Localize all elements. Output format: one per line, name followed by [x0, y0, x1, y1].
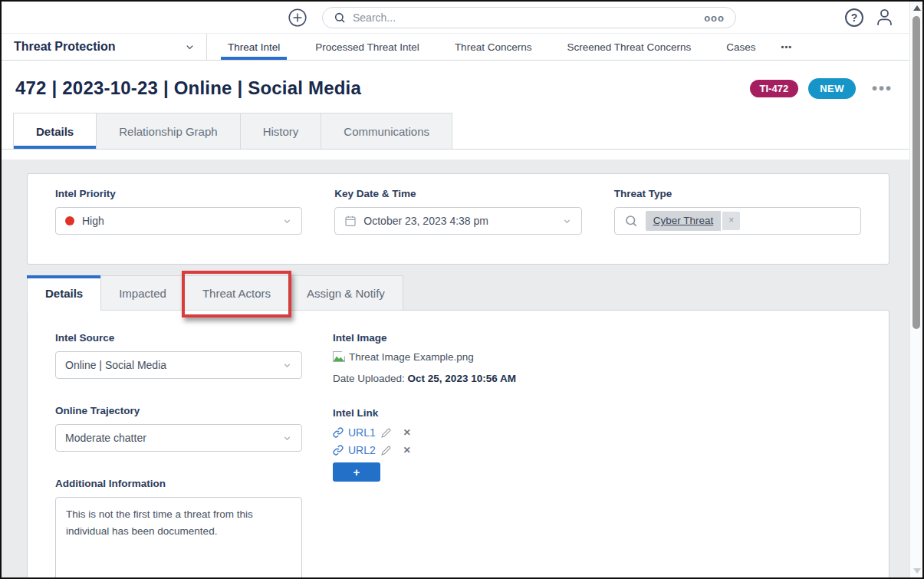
field-online-trajectory: Online Trajectory Moderate chatter: [55, 405, 302, 452]
tab-label: Relationship Graph: [119, 125, 217, 138]
create-new-button[interactable]: [288, 8, 307, 28]
details-right-column: Intel Image Threat Image Example.png Dat…: [333, 332, 861, 577]
field-label: Key Date & Time: [334, 188, 581, 199]
nav-tab-screened-threat-concerns[interactable]: Screened Threat Concerns: [549, 34, 709, 60]
search-icon: [334, 12, 346, 24]
field-label: Intel Source: [55, 332, 302, 344]
scrollbar-thumb[interactable]: [912, 16, 920, 329]
threat-type-tag[interactable]: Cyber Threat: [646, 211, 722, 231]
add-link-button[interactable]: +: [333, 462, 380, 482]
tab-communications[interactable]: Communications: [321, 113, 452, 149]
subtab-label: Threat Actors: [202, 287, 271, 300]
online-trajectory-value: Moderate chatter: [65, 432, 146, 444]
intel-priority-select[interactable]: High: [55, 207, 302, 235]
plus-icon: +: [353, 466, 360, 479]
details-left-column: Intel Source Online | Social Media Onlin…: [55, 332, 302, 577]
record-header: 472 | 2023-10-23 | Online | Social Media…: [2, 61, 909, 113]
intel-source-select[interactable]: Online | Social Media: [55, 351, 302, 379]
detail-sub-tabs: Details Impacted Threat Actors Assign & …: [27, 275, 889, 311]
subtab-impacted[interactable]: Impacted: [100, 275, 185, 311]
edit-pencil-icon[interactable]: [381, 446, 391, 456]
nav-tab-threat-concerns[interactable]: Threat Concerns: [437, 34, 550, 60]
tab-label: Communications: [344, 125, 429, 138]
intel-link-url[interactable]: URL2: [348, 444, 376, 456]
remove-link-icon[interactable]: ✕: [403, 427, 411, 438]
user-menu-button[interactable]: [874, 7, 895, 28]
priority-card: Intel Priority High Key Date & Time Octo…: [27, 173, 889, 265]
intel-link-row: URL1 ✕: [333, 426, 861, 439]
subtab-label: Details: [45, 287, 83, 300]
tab-history[interactable]: History: [240, 113, 322, 149]
chevron-down-icon: [184, 41, 196, 53]
page-title: 472 | 2023-10-23 | Online | Social Media: [15, 77, 361, 99]
search-icon: [624, 214, 638, 228]
status-badge[interactable]: NEW: [808, 78, 856, 99]
chevron-down-icon: [282, 216, 292, 226]
scroll-up-arrow-icon[interactable]: [913, 5, 921, 11]
date-uploaded-label: Date Uploaded:: [333, 373, 405, 384]
ellipsis-icon: •••: [781, 42, 793, 51]
chevron-down-icon: [282, 360, 292, 370]
search-options-icon[interactable]: ooo: [704, 12, 725, 24]
intel-link-url[interactable]: URL1: [348, 426, 376, 439]
nav-tab-cases[interactable]: Cases: [709, 34, 773, 60]
online-trajectory-select[interactable]: Moderate chatter: [55, 424, 302, 452]
chevron-down-icon: [282, 433, 292, 443]
date-uploaded-value: Oct 25, 2023 10:56 AM: [408, 373, 516, 384]
help-button[interactable]: ?: [845, 8, 863, 27]
global-search[interactable]: ooo: [322, 7, 736, 28]
tab-details[interactable]: Details: [13, 113, 97, 149]
date-uploaded-row: Date Uploaded: Oct 25, 2023 10:56 AM: [333, 373, 861, 384]
field-key-date-time: Key Date & Time October 23, 2023 4:38 pm: [334, 188, 581, 235]
subtab-threat-actors[interactable]: Threat Actors: [184, 275, 289, 311]
nav-tab-label: Threat Intel: [228, 41, 280, 53]
top-bar: ooo ?: [2, 2, 909, 34]
nav-tab-label: Cases: [726, 41, 755, 53]
scroll-down-arrow-icon[interactable]: [913, 568, 921, 574]
intel-priority-value: High: [82, 215, 104, 227]
nav-tab-label: Processed Threat Intel: [315, 41, 419, 53]
subtab-label: Impacted: [119, 287, 166, 300]
remove-link-icon[interactable]: ✕: [403, 445, 411, 456]
threat-type-search-field[interactable]: Cyber Threat ×: [614, 207, 861, 235]
app-nav-bar: Threat Protection Threat Intel Processed…: [2, 34, 909, 61]
nav-tabs: Threat Intel Processed Threat Intel Thre…: [207, 34, 800, 60]
subtab-assign-notify[interactable]: Assign & Notify: [288, 275, 403, 311]
nav-tab-label: Screened Threat Concerns: [567, 41, 691, 53]
tab-relationship-graph[interactable]: Relationship Graph: [96, 113, 240, 149]
link-icon: [333, 427, 344, 438]
additional-information-textarea[interactable]: This is not the first time a threat from…: [55, 497, 302, 577]
broken-image-icon: [333, 351, 347, 363]
search-input[interactable]: [353, 12, 704, 24]
priority-high-dot-icon: [65, 216, 74, 225]
app-window: ooo ? Threat Protection Threat Intel Pro…: [2, 2, 909, 577]
field-additional-information: Additional Information This is not the f…: [55, 478, 302, 577]
tab-label: History: [263, 125, 299, 138]
subtab-label: Assign & Notify: [307, 287, 385, 300]
record-id-badge[interactable]: TI-472: [750, 80, 799, 97]
key-date-time-picker[interactable]: October 23, 2023 4:38 pm: [334, 207, 581, 235]
edit-pencil-icon[interactable]: [381, 428, 391, 438]
nav-tab-threat-intel[interactable]: Threat Intel: [210, 34, 298, 60]
vertical-scrollbar[interactable]: [909, 2, 922, 577]
content-area: Intel Priority High Key Date & Time Octo…: [2, 160, 909, 577]
field-label: Intel Image: [333, 332, 861, 344]
nav-tab-processed-threat-intel[interactable]: Processed Threat Intel: [298, 34, 437, 60]
nav-more-menu[interactable]: •••: [774, 34, 801, 60]
intel-image-filename: Threat Image Example.png: [349, 351, 474, 363]
nav-tab-label: Threat Concerns: [455, 41, 532, 53]
intel-source-value: Online | Social Media: [65, 359, 166, 371]
field-intel-source: Intel Source Online | Social Media: [55, 332, 302, 379]
additional-information-text: This is not the first time a threat from…: [66, 508, 253, 537]
help-icon: ?: [851, 12, 858, 24]
link-icon: [333, 445, 344, 456]
app-name: Threat Protection: [14, 40, 115, 54]
tag-remove-icon[interactable]: ×: [722, 212, 740, 230]
intel-image-broken-link[interactable]: Threat Image Example.png: [333, 351, 861, 363]
app-switcher[interactable]: Threat Protection: [2, 34, 207, 60]
chevron-down-icon: [562, 216, 572, 226]
record-more-menu[interactable]: •••: [872, 84, 893, 92]
field-threat-type: Threat Type Cyber Threat ×: [614, 188, 861, 235]
field-label: Online Trajectory: [55, 405, 302, 416]
subtab-details[interactable]: Details: [27, 275, 101, 311]
